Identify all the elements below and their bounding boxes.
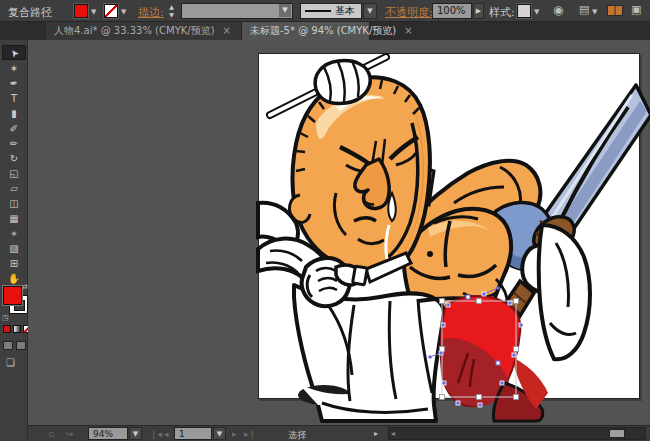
style-swatch[interactable] [517,4,531,18]
style-dropdown-icon[interactable]: ▼ [534,8,539,16]
opacity-value: 100% [437,5,466,16]
fill-color-swatch[interactable] [74,4,88,18]
style-label: 样式: [489,5,515,20]
status-bar: ▫ ↪ 94% ▼ ❘◂ ◂ 1 ▼ ▸ ▸❘ 选择 ▸ ◂ [28,425,650,441]
opacity-panel-link[interactable]: 不透明度: [385,5,433,20]
mesh-tool[interactable]: ▦ [2,211,26,226]
fill-color-dropdown-icon[interactable]: ▼ [91,8,96,16]
gradient-mode-button[interactable] [13,325,21,333]
stroke-profile-dropdown[interactable]: ▼ [181,3,293,19]
isolate-mode-icon[interactable]: ▣ [631,3,641,16]
status-flyout-icon[interactable]: ▸ [374,429,378,438]
transform-panel-icon[interactable] [607,5,623,16]
close-icon[interactable]: × [404,25,412,36]
status-extra-icon: ▫ [48,429,54,439]
status-text: 选择 [288,429,306,441]
selected-object-type-label: 复合路径 [8,5,52,20]
recolor-artwork-icon[interactable]: ◉ [553,3,563,17]
default-fill-stroke-icon[interactable]: ◳ [2,314,9,322]
control-panel: 复合路径 ▼ ▼ 描边: ▲▼ ▼ 基本 ▼ 不透明度: 100% ▶ 样式: … [0,0,650,22]
scale-tool[interactable]: ◱ [2,166,26,181]
zoom-level-value: 94% [93,429,113,439]
pencil-tool[interactable]: ✏ [2,136,26,151]
tab-label: 未标题-5* @ 94% (CMYK/预览) [250,25,396,36]
artboard-dropdown-button[interactable]: ▼ [213,427,226,440]
color-mode-button[interactable] [3,325,11,333]
close-icon[interactable]: × [223,25,231,36]
eyedropper-tool[interactable]: ⌖ [2,226,26,241]
paintbrush-tool[interactable]: ✐ [2,121,26,136]
artboard-number-field[interactable]: 1 [174,427,212,440]
width-tool[interactable]: ▱ [2,181,26,196]
stroke-color-swatch[interactable] [104,4,118,18]
type-tool[interactable]: T [2,91,26,106]
rotate-tool[interactable]: ↻ [2,151,26,166]
last-artboard-icon[interactable]: ▸❘ [244,429,256,439]
free-transform-tool[interactable]: ◫ [2,196,26,211]
screen-mode-button[interactable]: ❏ [6,357,15,368]
next-artboard-icon[interactable]: ▸ [232,429,237,439]
brush-dropdown-button[interactable]: ▼ [363,3,377,19]
stroke-panel-link[interactable]: 描边: [138,5,164,20]
fill-indicator[interactable] [3,286,22,305]
pasteboard[interactable] [28,40,650,425]
align-options-icon[interactable]: ▤ [579,3,589,16]
opacity-dropdown-button[interactable]: ▶ [473,3,484,19]
illustrator-window: 复合路径 ▼ ▼ 描边: ▲▼ ▼ 基本 ▼ 不透明度: 100% ▶ 样式: … [0,0,650,441]
tools-panel: ➤ ✶ ✒ T ▮ ✐ ✏ ↻ ◱ ▱ ◫ ▦ ⌖ ▨ ⊞ ✋ ⇄ ◳ ❏ [0,40,28,441]
canvas-artwork[interactable] [258,53,640,421]
export-icon[interactable]: ↪ [66,429,74,439]
rectangle-tool[interactable]: ▮ [2,106,26,121]
stroke-color-dropdown-icon[interactable]: ▼ [121,8,126,16]
head [289,77,429,273]
artboard-tool[interactable]: ⊞ [2,256,26,271]
scrollbar-thumb[interactable] [609,429,625,438]
previous-artboard-icon[interactable]: ◂ [164,429,169,439]
brush-stroke-preview [305,10,331,12]
document-tab-bar: 人物4.ai* @ 33.33% (CMYK/预览)× 未标题-5* @ 94%… [0,22,650,40]
tab-document-2-active[interactable]: 未标题-5* @ 94% (CMYK/预览)× [242,22,370,40]
scroll-left-icon[interactable]: ◂ [391,429,395,438]
stroke-weight-stepper[interactable]: ▲▼ [166,3,177,19]
pen-tool[interactable]: ✒ [2,76,26,91]
draw-normal-mode-button[interactable] [3,341,13,350]
chevron-down-icon[interactable]: ▼ [279,4,291,17]
draw-inside-mode-button[interactable] [16,341,26,350]
artboard-number-value: 1 [179,429,185,439]
first-artboard-icon[interactable]: ❘◂ [150,429,162,439]
zoom-dropdown-button[interactable]: ▼ [129,427,142,440]
tab-document-1[interactable]: 人物4.ai* @ 33.33% (CMYK/预览)× [46,22,242,40]
swap-fill-stroke-icon[interactable]: ⇄ [22,283,28,291]
selection-tool[interactable]: ➤ [2,45,26,60]
opacity-field[interactable]: 100% [432,3,472,19]
magic-wand-tool[interactable]: ✶ [2,61,26,76]
brush-definition-value: 基本 [335,5,355,16]
zoom-level-field[interactable]: 94% [88,427,128,440]
tab-label: 人物4.ai* @ 33.33% (CMYK/预览) [54,25,215,36]
horizontal-scrollbar[interactable]: ◂ [388,427,646,440]
align-dropdown-icon[interactable]: ▼ [592,8,597,16]
symbol-sprayer-tool[interactable]: ▨ [2,241,26,256]
brush-definition-field[interactable]: 基本 [300,3,362,19]
